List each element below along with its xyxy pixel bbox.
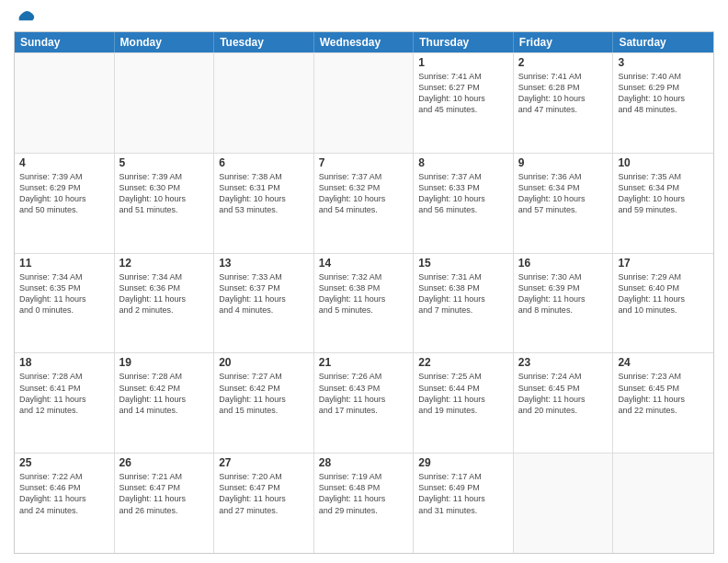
- day-number: 19: [119, 356, 210, 369]
- day-info: Sunrise: 7:36 AM Sunset: 6:34 PM Dayligh…: [518, 171, 609, 216]
- day-number: 9: [518, 156, 609, 169]
- day-info: Sunrise: 7:24 AM Sunset: 6:45 PM Dayligh…: [518, 371, 609, 416]
- day-info: Sunrise: 7:39 AM Sunset: 6:29 PM Dayligh…: [19, 171, 109, 216]
- cal-cell: 20Sunrise: 7:27 AM Sunset: 6:42 PM Dayli…: [214, 353, 314, 453]
- day-number: 6: [219, 156, 309, 169]
- day-info: Sunrise: 7:28 AM Sunset: 6:41 PM Dayligh…: [19, 371, 109, 416]
- day-number: 1: [418, 56, 508, 69]
- header-day-monday: Monday: [115, 32, 215, 52]
- calendar-header: SundayMondayTuesdayWednesdayThursdayFrid…: [15, 32, 713, 52]
- cal-cell: 21Sunrise: 7:26 AM Sunset: 6:43 PM Dayli…: [314, 353, 415, 453]
- calendar: SundayMondayTuesdayWednesdayThursdayFrid…: [14, 31, 714, 554]
- day-number: 20: [219, 356, 309, 369]
- cal-cell: 24Sunrise: 7:23 AM Sunset: 6:45 PM Dayli…: [613, 353, 713, 453]
- cal-cell: 10Sunrise: 7:35 AM Sunset: 6:34 PM Dayli…: [613, 154, 713, 253]
- header: [14, 9, 714, 24]
- header-day-sunday: Sunday: [15, 32, 115, 52]
- page: SundayMondayTuesdayWednesdayThursdayFrid…: [0, 0, 728, 563]
- day-info: Sunrise: 7:41 AM Sunset: 6:27 PM Dayligh…: [418, 71, 508, 116]
- day-info: Sunrise: 7:37 AM Sunset: 6:32 PM Dayligh…: [319, 171, 409, 216]
- day-info: Sunrise: 7:37 AM Sunset: 6:33 PM Dayligh…: [418, 171, 508, 216]
- day-number: 11: [19, 257, 109, 270]
- cal-cell: 27Sunrise: 7:20 AM Sunset: 6:47 PM Dayli…: [214, 454, 314, 553]
- day-number: 26: [119, 456, 210, 469]
- day-number: 24: [618, 356, 709, 369]
- cal-cell: 11Sunrise: 7:34 AM Sunset: 6:35 PM Dayli…: [15, 254, 115, 353]
- day-number: 4: [19, 156, 109, 169]
- day-info: Sunrise: 7:30 AM Sunset: 6:39 PM Dayligh…: [518, 271, 609, 316]
- day-info: Sunrise: 7:29 AM Sunset: 6:40 PM Dayligh…: [618, 271, 709, 316]
- day-number: 5: [119, 156, 210, 169]
- day-info: Sunrise: 7:41 AM Sunset: 6:28 PM Dayligh…: [518, 71, 609, 116]
- day-number: 3: [618, 56, 709, 69]
- cal-cell: 16Sunrise: 7:30 AM Sunset: 6:39 PM Dayli…: [514, 254, 614, 353]
- day-number: 7: [319, 156, 409, 169]
- cal-cell: 23Sunrise: 7:24 AM Sunset: 6:45 PM Dayli…: [514, 353, 614, 453]
- cal-cell: 25Sunrise: 7:22 AM Sunset: 6:46 PM Dayli…: [15, 454, 115, 553]
- day-number: 16: [518, 257, 609, 270]
- cal-cell: 14Sunrise: 7:32 AM Sunset: 6:38 PM Dayli…: [314, 254, 415, 353]
- header-day-thursday: Thursday: [414, 32, 514, 52]
- day-info: Sunrise: 7:20 AM Sunset: 6:47 PM Dayligh…: [219, 471, 309, 516]
- header-day-friday: Friday: [514, 32, 614, 52]
- day-info: Sunrise: 7:27 AM Sunset: 6:42 PM Dayligh…: [219, 371, 309, 416]
- cal-cell: 26Sunrise: 7:21 AM Sunset: 6:47 PM Dayli…: [115, 454, 215, 553]
- day-number: 23: [518, 356, 609, 369]
- day-info: Sunrise: 7:21 AM Sunset: 6:47 PM Dayligh…: [119, 471, 210, 516]
- header-day-saturday: Saturday: [613, 32, 713, 52]
- day-number: 29: [418, 456, 508, 469]
- cal-cell: 29Sunrise: 7:17 AM Sunset: 6:49 PM Dayli…: [414, 454, 514, 553]
- logo-icon: [16, 4, 36, 24]
- cal-cell: 15Sunrise: 7:31 AM Sunset: 6:38 PM Dayli…: [414, 254, 514, 353]
- day-info: Sunrise: 7:19 AM Sunset: 6:48 PM Dayligh…: [319, 471, 409, 516]
- cal-cell: 8Sunrise: 7:37 AM Sunset: 6:33 PM Daylig…: [414, 154, 514, 253]
- day-info: Sunrise: 7:26 AM Sunset: 6:43 PM Dayligh…: [319, 371, 409, 416]
- cal-cell: 12Sunrise: 7:34 AM Sunset: 6:36 PM Dayli…: [115, 254, 215, 353]
- day-info: Sunrise: 7:33 AM Sunset: 6:37 PM Dayligh…: [219, 271, 309, 316]
- day-info: Sunrise: 7:17 AM Sunset: 6:49 PM Dayligh…: [418, 471, 508, 516]
- header-day-tuesday: Tuesday: [214, 32, 314, 52]
- cal-cell: [214, 53, 314, 153]
- day-number: 10: [618, 156, 709, 169]
- cal-cell: 9Sunrise: 7:36 AM Sunset: 6:34 PM Daylig…: [514, 154, 614, 253]
- day-number: 27: [219, 456, 309, 469]
- cal-cell: 1Sunrise: 7:41 AM Sunset: 6:27 PM Daylig…: [414, 53, 514, 153]
- cal-cell: 17Sunrise: 7:29 AM Sunset: 6:40 PM Dayli…: [613, 254, 713, 353]
- day-info: Sunrise: 7:28 AM Sunset: 6:42 PM Dayligh…: [119, 371, 210, 416]
- day-info: Sunrise: 7:31 AM Sunset: 6:38 PM Dayligh…: [418, 271, 508, 316]
- day-info: Sunrise: 7:34 AM Sunset: 6:35 PM Dayligh…: [19, 271, 109, 316]
- logo: [14, 13, 36, 24]
- day-number: 13: [219, 257, 309, 270]
- cal-cell: 22Sunrise: 7:25 AM Sunset: 6:44 PM Dayli…: [414, 353, 514, 453]
- day-info: Sunrise: 7:39 AM Sunset: 6:30 PM Dayligh…: [119, 171, 210, 216]
- day-number: 15: [418, 257, 508, 270]
- cal-cell: 2Sunrise: 7:41 AM Sunset: 6:28 PM Daylig…: [514, 53, 614, 153]
- cal-cell: [514, 454, 614, 553]
- day-number: 18: [19, 356, 109, 369]
- cal-cell: 6Sunrise: 7:38 AM Sunset: 6:31 PM Daylig…: [214, 154, 314, 253]
- cal-cell: 4Sunrise: 7:39 AM Sunset: 6:29 PM Daylig…: [15, 154, 115, 253]
- cal-cell: 19Sunrise: 7:28 AM Sunset: 6:42 PM Dayli…: [115, 353, 215, 453]
- day-info: Sunrise: 7:23 AM Sunset: 6:45 PM Dayligh…: [618, 371, 709, 416]
- day-number: 28: [319, 456, 409, 469]
- cal-cell: [15, 53, 115, 153]
- day-number: 14: [319, 257, 409, 270]
- day-number: 8: [418, 156, 508, 169]
- day-number: 2: [518, 56, 609, 69]
- header-day-wednesday: Wednesday: [314, 32, 415, 52]
- cal-cell: 7Sunrise: 7:37 AM Sunset: 6:32 PM Daylig…: [314, 154, 415, 253]
- day-number: 12: [119, 257, 210, 270]
- cal-cell: [115, 53, 215, 153]
- day-number: 21: [319, 356, 409, 369]
- day-info: Sunrise: 7:22 AM Sunset: 6:46 PM Dayligh…: [19, 471, 109, 516]
- day-info: Sunrise: 7:25 AM Sunset: 6:44 PM Dayligh…: [418, 371, 508, 416]
- cal-cell: [613, 454, 713, 553]
- cal-cell: 3Sunrise: 7:40 AM Sunset: 6:29 PM Daylig…: [613, 53, 713, 153]
- cal-cell: 28Sunrise: 7:19 AM Sunset: 6:48 PM Dayli…: [314, 454, 415, 553]
- calendar-body: 1Sunrise: 7:41 AM Sunset: 6:27 PM Daylig…: [15, 52, 713, 553]
- week-row-2: 11Sunrise: 7:34 AM Sunset: 6:35 PM Dayli…: [15, 253, 713, 353]
- day-number: 25: [19, 456, 109, 469]
- week-row-4: 25Sunrise: 7:22 AM Sunset: 6:46 PM Dayli…: [15, 453, 713, 553]
- week-row-3: 18Sunrise: 7:28 AM Sunset: 6:41 PM Dayli…: [15, 352, 713, 453]
- day-info: Sunrise: 7:34 AM Sunset: 6:36 PM Dayligh…: [119, 271, 210, 316]
